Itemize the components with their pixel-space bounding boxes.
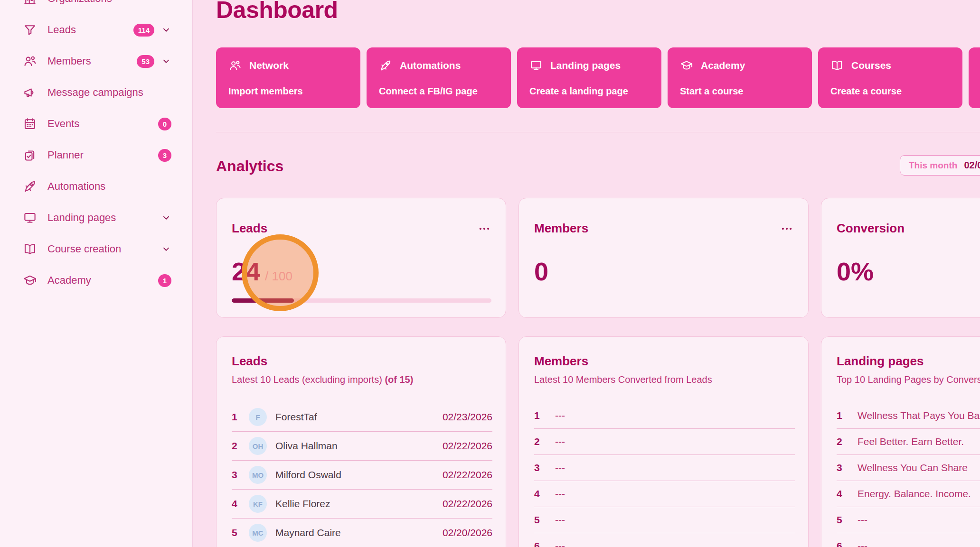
landing-pages-list-card: Landing pages Top 10 Landing Pages by Co… bbox=[821, 336, 980, 547]
lead-row[interactable]: 2 OH Oliva Hallman 02/22/2026 bbox=[232, 432, 492, 461]
list-subtitle: Latest 10 Members Converted from Leads bbox=[534, 374, 795, 385]
stat-title: Conversion bbox=[837, 221, 905, 236]
sidebar-item-label: Course creation bbox=[47, 243, 154, 255]
lead-row[interactable]: 3 MO Milford Oswald 02/22/2026 bbox=[232, 461, 492, 490]
sidebar-item-label: Members bbox=[47, 55, 137, 67]
sidebar-item-landing-pages[interactable]: Landing pages bbox=[0, 202, 192, 233]
list-title: Members bbox=[534, 354, 795, 369]
sidebar: Organizations Leads 114 Members 53 Messa… bbox=[0, 0, 193, 547]
events-count-badge: 0 bbox=[158, 118, 171, 130]
period-selector[interactable]: This month 02/0 bbox=[900, 155, 980, 176]
member-row[interactable]: 6 --- bbox=[534, 533, 795, 547]
quick-action-subtitle: Create a landing page bbox=[529, 86, 649, 97]
sidebar-item-organizations[interactable]: Organizations bbox=[0, 0, 192, 14]
leads-max: / 100 bbox=[265, 269, 292, 284]
sidebar-item-academy[interactable]: Academy 1 bbox=[0, 265, 192, 296]
leads-count-badge: 114 bbox=[133, 24, 154, 37]
quick-action-network[interactable]: Network Import members bbox=[216, 47, 360, 108]
book-open-icon bbox=[23, 242, 37, 256]
member-row[interactable]: 5 --- bbox=[534, 507, 795, 533]
chevron-down-icon[interactable] bbox=[161, 25, 171, 35]
landing-page-row[interactable]: 1 Wellness That Pays You Back bbox=[837, 403, 980, 429]
building-icon bbox=[23, 0, 37, 6]
lead-row[interactable]: 1 F ForestTaf 02/23/2026 bbox=[232, 403, 492, 432]
avatar: F bbox=[249, 408, 267, 426]
period-label: This month bbox=[909, 160, 957, 171]
quick-action-subtitle: Connect a FB/IG page bbox=[379, 86, 499, 97]
analytics-heading: Analytics bbox=[216, 157, 980, 175]
member-row[interactable]: 3 --- bbox=[534, 455, 795, 481]
sidebar-item-leads[interactable]: Leads 114 bbox=[0, 14, 192, 46]
sidebar-item-events[interactable]: Events 0 bbox=[0, 108, 192, 139]
members-value: 0 bbox=[534, 257, 548, 286]
landing-page-row[interactable]: 2 Feel Better. Earn Better. bbox=[837, 429, 980, 455]
sidebar-item-automations[interactable]: Automations bbox=[0, 171, 192, 202]
quick-action-title: Network bbox=[249, 60, 289, 71]
landing-page-row[interactable]: 3 Wellness You Can Share bbox=[837, 455, 980, 481]
sidebar-item-message-campaigns[interactable]: Message campaigns bbox=[0, 77, 192, 108]
stats-row: Leads 24 / 100 Members bbox=[216, 198, 980, 318]
planner-count-badge: 3 bbox=[158, 149, 171, 162]
sidebar-item-members[interactable]: Members 53 bbox=[0, 46, 192, 77]
sidebar-item-label: Events bbox=[47, 118, 158, 130]
leads-list-card: Leads Latest 10 Leads (excluding imports… bbox=[216, 336, 506, 547]
academy-count-badge: 1 bbox=[158, 274, 171, 287]
megaphone-icon bbox=[23, 85, 37, 100]
sidebar-item-planner[interactable]: Planner 3 bbox=[0, 139, 192, 171]
avatar: MC bbox=[249, 524, 267, 542]
people-icon bbox=[23, 54, 37, 68]
quick-action-automations[interactable]: Automations Connect a FB/IG page bbox=[367, 47, 511, 108]
lead-row[interactable]: 5 MC Maynard Caire 02/20/2026 bbox=[232, 519, 492, 547]
avatar: MO bbox=[249, 466, 267, 484]
graduation-cap-icon bbox=[680, 59, 693, 72]
main-content: Dashboard Network Import members Automat… bbox=[193, 0, 980, 547]
ellipsis-menu-icon[interactable] bbox=[477, 222, 491, 236]
members-count-badge: 53 bbox=[137, 55, 154, 68]
stat-card-leads: Leads 24 / 100 bbox=[216, 198, 506, 318]
section-divider bbox=[216, 132, 980, 132]
quick-actions-row: Network Import members Automations Conne… bbox=[216, 47, 980, 108]
people-icon bbox=[228, 59, 242, 72]
quick-action-title: Landing pages bbox=[550, 60, 621, 71]
leads-value: 24 bbox=[232, 257, 260, 286]
funnel-icon bbox=[23, 23, 37, 37]
list-subtitle: Latest 10 Leads (excluding imports) (of … bbox=[232, 374, 492, 385]
stat-card-conversion: Conversion 0% bbox=[821, 198, 980, 318]
landing-page-row[interactable]: 5 --- bbox=[837, 507, 980, 533]
book-open-icon bbox=[830, 59, 844, 72]
graduation-cap-icon bbox=[23, 273, 37, 287]
ellipsis-menu-icon[interactable] bbox=[780, 222, 794, 236]
quick-action-academy[interactable]: Academy Start a course bbox=[668, 47, 812, 108]
stat-title: Leads bbox=[232, 221, 267, 236]
chevron-down-icon[interactable] bbox=[161, 244, 171, 254]
quick-action-subtitle: Start a course bbox=[680, 86, 800, 97]
sidebar-item-course-creation[interactable]: Course creation bbox=[0, 233, 192, 265]
stat-title: Members bbox=[534, 221, 588, 236]
members-list-card: Members Latest 10 Members Converted from… bbox=[518, 336, 809, 547]
chevron-down-icon[interactable] bbox=[161, 56, 171, 66]
analytics-header: Analytics This month 02/0 bbox=[216, 157, 980, 178]
quick-action-title: Automations bbox=[400, 60, 461, 71]
app-window: Organizations Leads 114 Members 53 Messa… bbox=[0, 0, 980, 547]
calendar-icon bbox=[23, 117, 37, 131]
period-value: 02/0 bbox=[964, 160, 980, 171]
sidebar-item-label: Message campaigns bbox=[47, 86, 171, 99]
list-title: Leads bbox=[232, 354, 492, 369]
quick-action-partial[interactable] bbox=[969, 47, 980, 108]
sidebar-item-label: Planner bbox=[47, 149, 158, 161]
quick-action-subtitle: Import members bbox=[228, 86, 348, 97]
quick-action-title: Academy bbox=[701, 60, 745, 71]
leads-progress-fill bbox=[232, 298, 294, 303]
quick-action-landing-pages[interactable]: Landing pages Create a landing page bbox=[517, 47, 661, 108]
landing-page-row[interactable]: 6 --- bbox=[837, 533, 980, 547]
landing-page-row[interactable]: 4 Energy. Balance. Income. bbox=[837, 481, 980, 507]
conversion-value: 0% bbox=[837, 257, 874, 286]
member-row[interactable]: 1 --- bbox=[534, 403, 795, 429]
quick-action-subtitle: Create a course bbox=[830, 86, 950, 97]
member-row[interactable]: 4 --- bbox=[534, 481, 795, 507]
quick-action-courses[interactable]: Courses Create a course bbox=[818, 47, 962, 108]
member-row[interactable]: 2 --- bbox=[534, 429, 795, 455]
lead-row[interactable]: 4 KF Kellie Florez 02/22/2026 bbox=[232, 490, 492, 519]
chevron-down-icon[interactable] bbox=[161, 213, 171, 223]
list-title: Landing pages bbox=[837, 354, 980, 369]
